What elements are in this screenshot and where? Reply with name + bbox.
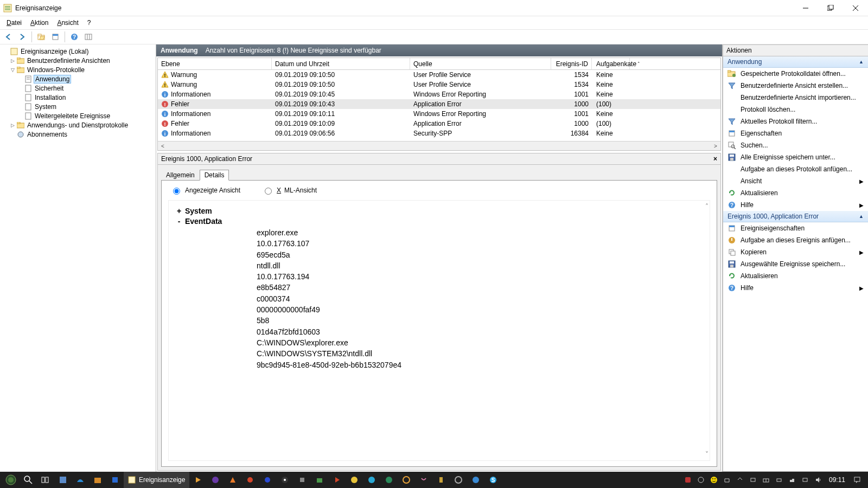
horizontal-scrollbar[interactable]: < > (158, 141, 720, 150)
col-id[interactable]: Ereignis-ID (551, 58, 592, 69)
tray-icon[interactable] (748, 472, 758, 488)
event-row[interactable]: iInformationen09.01.2019 09:06:56Securit… (158, 129, 720, 138)
tree-security[interactable]: Sicherheit (1, 84, 155, 93)
tray-icon[interactable] (722, 472, 732, 488)
action-item[interactable]: Ansicht▶ (723, 175, 868, 187)
action-item[interactable]: Suchen... (723, 139, 868, 151)
taskbar-app-icon[interactable] (224, 472, 241, 488)
start-button[interactable] (2, 472, 20, 488)
col-level[interactable]: Ebene (158, 58, 272, 69)
forward-button[interactable] (16, 31, 28, 43)
toolbar-properties-button[interactable] (49, 31, 61, 43)
maximize-button[interactable] (818, 0, 843, 16)
toolbar-panes-button[interactable] (82, 31, 94, 43)
taskbar-app-icon[interactable] (189, 472, 207, 488)
event-row[interactable]: !Fehler09.01.2019 09:10:09Application Er… (158, 119, 720, 129)
expand-icon[interactable]: ▷ (9, 58, 16, 63)
tray-icon[interactable] (774, 472, 784, 488)
col-task[interactable]: Aufgabenkate˄ (592, 58, 630, 69)
taskbar-app-icon[interactable] (207, 472, 224, 488)
taskbar-app-icon[interactable] (380, 472, 398, 488)
tray-network-icon[interactable] (800, 472, 810, 488)
event-row[interactable]: iInformationen09.01.2019 09:10:11Windows… (158, 109, 720, 119)
tray-icon[interactable] (761, 472, 771, 488)
xml-box[interactable]: ˄ ˅ + System - EventData explorer.exe10.… (168, 200, 710, 461)
col-date[interactable]: Datum und Uhrzeit (272, 58, 410, 69)
radio-xml[interactable]: XML-Ansicht (262, 186, 317, 195)
menu-file[interactable]: Datei (2, 18, 26, 28)
actions-group-log[interactable]: Anwendung▲ (723, 56, 868, 68)
tree-custom-views[interactable]: ▷ Benutzerdefinierte Ansichten (1, 56, 155, 65)
tray-volume-icon[interactable] (813, 472, 824, 488)
tab-details[interactable]: Details (200, 170, 229, 181)
event-row[interactable]: !Warnung09.01.2019 09:10:50User Profile … (158, 80, 720, 89)
taskbar-app-icon[interactable] (450, 472, 467, 488)
tree-app-service-logs[interactable]: ▷ Anwendungs- und Dienstprotokolle (1, 120, 155, 130)
taskbar[interactable]: Ereignisanzeige S 09:11 (0, 472, 868, 488)
menu-action[interactable]: Aktion (26, 18, 53, 28)
grid-body[interactable]: !Warnung09.01.2019 09:10:50User Profile … (158, 70, 720, 141)
detail-close-button[interactable]: × (713, 155, 717, 163)
taskbar-app-icon[interactable] (432, 472, 450, 488)
search-button[interactable] (20, 472, 37, 488)
action-item[interactable]: Benutzerdefinierte Ansicht importieren..… (723, 92, 868, 104)
tray-icon[interactable] (709, 472, 719, 488)
taskbar-app-icon[interactable] (54, 472, 72, 488)
event-row[interactable]: !Warnung09.01.2019 09:10:50User Profile … (158, 70, 720, 80)
tree-forwarded[interactable]: Weitergeleitete Ereignisse (1, 111, 155, 120)
action-item[interactable]: Gespeicherte Protokolldatei öffnen... (723, 68, 868, 80)
taskbar-app-icon[interactable] (328, 472, 346, 488)
taskbar-app-icon[interactable] (363, 472, 380, 488)
action-item[interactable]: Alle Ereignisse speichern unter... (723, 151, 868, 163)
taskbar-running-app[interactable]: Ereignisanzeige (124, 472, 189, 488)
scroll-left-icon[interactable]: < (159, 143, 167, 149)
scroll-up-icon[interactable]: ˄ (705, 203, 709, 210)
event-row[interactable]: iInformationen09.01.2019 09:10:45Windows… (158, 89, 720, 99)
taskbar-app-icon[interactable] (415, 472, 432, 488)
action-item[interactable]: Aktualisieren (723, 270, 868, 282)
expand-icon[interactable]: + (175, 207, 183, 215)
radio-friendly[interactable]: Angezeigte Ansicht (170, 186, 240, 195)
menu-view[interactable]: Ansicht (53, 18, 82, 28)
taskbar-app-icon[interactable] (276, 472, 293, 488)
col-source[interactable]: Quelle (410, 58, 551, 69)
expand-icon[interactable]: ▷ (9, 123, 16, 128)
action-item[interactable]: Benutzerdefinierte Ansicht erstellen... (723, 80, 868, 92)
tree-subscriptions[interactable]: Abonnements (1, 130, 155, 139)
action-item[interactable]: Aufgabe an dieses Ereignis anfügen... (723, 234, 868, 246)
scroll-down-icon[interactable]: ˅ (705, 451, 709, 458)
action-item[interactable]: ?Hilfe▶ (723, 282, 868, 294)
taskbar-app-icon[interactable] (241, 472, 259, 488)
scroll-right-icon[interactable]: > (712, 143, 719, 149)
tree-setup[interactable]: Installation (1, 93, 155, 102)
tray-icon[interactable] (695, 472, 706, 488)
actions-group-event[interactable]: Ereignis 1000, Application Error▲ (723, 211, 868, 222)
action-item[interactable]: Kopieren▶ (723, 246, 868, 258)
action-item[interactable]: Protokoll löschen... (723, 104, 868, 115)
tray-icon[interactable] (735, 472, 745, 488)
taskbar-app-icon[interactable] (259, 472, 276, 488)
tray-clock[interactable]: 09:11 (826, 476, 848, 484)
tree-root[interactable]: Ereignisanzeige (Lokal) (1, 47, 155, 56)
toolbar-folder-button[interactable] (35, 31, 47, 43)
action-item[interactable]: Ausgewählte Ereignisse speichern... (723, 258, 868, 270)
close-button[interactable] (843, 0, 868, 16)
tree-windows-logs[interactable]: ▽ Windows-Protokolle (1, 65, 155, 74)
collapse-icon[interactable]: - (175, 217, 183, 226)
taskbar-app-icon[interactable] (346, 472, 363, 488)
taskbar-app-icon[interactable] (467, 472, 484, 488)
taskbar-app-icon[interactable] (311, 472, 328, 488)
tray-icon[interactable] (682, 472, 693, 488)
action-item[interactable]: Aktuelles Protokoll filtern... (723, 115, 868, 127)
taskbar-app-icon[interactable] (106, 472, 124, 488)
tab-general[interactable]: Allgemein (161, 170, 200, 181)
eventdata-node[interactable]: - EventData (175, 217, 703, 226)
taskbar-app-icon[interactable] (72, 472, 89, 488)
tray-icon[interactable] (787, 472, 797, 488)
tree-application[interactable]: Anwendung (1, 74, 155, 84)
action-item[interactable]: Aktualisieren (723, 187, 868, 199)
taskview-button[interactable] (37, 472, 54, 488)
action-item[interactable]: Eigenschaften (723, 127, 868, 139)
taskbar-app-icon[interactable] (89, 472, 106, 488)
back-button[interactable] (2, 31, 14, 43)
